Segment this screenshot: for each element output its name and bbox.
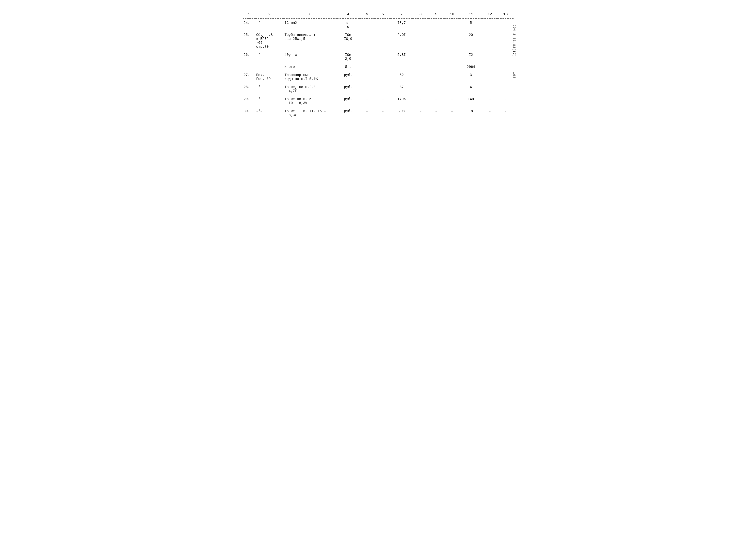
table-cell: Пок. Гос. 69 xyxy=(255,71,284,83)
table-cell: 26. xyxy=(243,51,255,63)
table-cell: – xyxy=(482,31,498,51)
table-cell: – xyxy=(359,83,375,95)
table-cell: I796 xyxy=(391,95,413,107)
table-cell: ю' с xyxy=(337,19,359,31)
table-cell: – xyxy=(359,95,375,107)
header-col-9: 9 xyxy=(428,10,444,19)
table-cell: 5,8I xyxy=(391,51,413,63)
header-col-8: 8 xyxy=(413,10,428,19)
table-cell: – xyxy=(359,107,375,119)
table-cell: 87 xyxy=(391,83,413,95)
table-cell: IОм I0,0 xyxy=(337,31,359,51)
table-cell: – xyxy=(428,19,444,31)
table-row: 29.–"–То же по п. 5 – – I0 – 8,3%руб.––I… xyxy=(243,95,514,107)
table-cell xyxy=(255,63,284,71)
table-cell: руб. xyxy=(337,83,359,95)
table-cell: – xyxy=(391,63,413,71)
table-cell: – xyxy=(428,51,444,63)
header-col-1: 1 xyxy=(243,10,255,19)
table-cell: – xyxy=(482,71,498,83)
table-cell: Сб.доп.8 к ЕРЕР -69 стр.70 xyxy=(255,31,284,51)
header-col-7: 7 xyxy=(391,10,413,19)
table-cell: – xyxy=(413,107,428,119)
table-row: 28.–"–То же, по п.2,3 – – 4,7%руб.––87––… xyxy=(243,83,514,95)
table-cell: – xyxy=(482,107,498,119)
table-cell: 29. xyxy=(243,95,255,107)
table-cell: руб. xyxy=(337,71,359,83)
header-col-5: 5 xyxy=(359,10,375,19)
table-cell: 2,OI xyxy=(391,31,413,51)
header-row: 1 2 3 4 5 6 7 8 9 10 11 12 13 xyxy=(243,10,514,19)
header-col-6: 6 xyxy=(375,10,391,19)
table-cell: – xyxy=(498,83,514,95)
table-row: 26.–"–40у сIОм 2,0––5,8I–––I2–– xyxy=(243,51,514,63)
table-cell: Труба винипласт- вая 25х1,5 xyxy=(284,31,337,51)
table-cell: – xyxy=(482,19,498,31)
table-cell: – xyxy=(444,71,460,83)
table-cell: – xyxy=(498,63,514,71)
table-cell: – xyxy=(375,71,391,83)
table-cell: 3 xyxy=(460,71,482,83)
watermark-side-2: -198- xyxy=(512,70,516,81)
table-cell: I8 xyxy=(460,107,482,119)
header-col-11: 11 xyxy=(460,10,482,19)
header-col-4: 4 xyxy=(337,10,359,19)
table-cell: – xyxy=(413,51,428,63)
table-cell: – xyxy=(428,83,444,95)
table-cell xyxy=(243,63,255,71)
table-cell: – xyxy=(444,31,460,51)
table-cell: – xyxy=(428,95,444,107)
table-cell: 208 xyxy=(391,107,413,119)
table-cell: То же п. II– I5 – – 8,3% xyxy=(284,107,337,119)
table-cell: – xyxy=(359,19,375,31)
table-cell: руб. xyxy=(337,107,359,119)
header-col-10: 10 xyxy=(444,10,460,19)
table-cell: 20 xyxy=(460,31,482,51)
table-cell: – xyxy=(413,71,428,83)
table-cell: – xyxy=(482,83,498,95)
page-container: 294-3-33.83(I7) 1 2 3 4 5 6 7 8 9 10 11 … xyxy=(243,10,514,119)
table-cell: – xyxy=(413,95,428,107)
table-cell: – xyxy=(428,107,444,119)
watermark-text-2: -198- xyxy=(512,70,516,81)
table-cell: – xyxy=(359,63,375,71)
table-row: 27.Пок. Гос. 69Транспортные рас- ходы по… xyxy=(243,71,514,83)
table-cell: 24. xyxy=(243,19,255,31)
table-cell: 4 xyxy=(460,83,482,95)
table-cell: IОм 2,0 xyxy=(337,51,359,63)
table-row: 25.Сб.доп.8 к ЕРЕР -69 стр.70Труба винип… xyxy=(243,31,514,51)
table-cell: – xyxy=(428,63,444,71)
table-cell: 5 xyxy=(460,19,482,31)
table-cell: I2 xyxy=(460,51,482,63)
table-cell: – xyxy=(498,71,514,83)
table-cell: –"– xyxy=(255,19,284,31)
table-cell: 52 xyxy=(391,71,413,83)
table-cell: I49 xyxy=(460,95,482,107)
table-cell: – xyxy=(444,107,460,119)
table-cell: – xyxy=(375,19,391,31)
table-cell: – xyxy=(413,19,428,31)
table-cell: – xyxy=(413,31,428,51)
table-cell: 2964 xyxy=(460,63,482,71)
table-cell: – xyxy=(482,51,498,63)
table-cell: То же, по п.2,3 – – 4,7% xyxy=(284,83,337,95)
table-cell: – xyxy=(444,51,460,63)
header-col-13: 13 xyxy=(498,10,514,19)
table-cell: – xyxy=(498,51,514,63)
table-cell: – xyxy=(444,83,460,95)
table-cell: И . xyxy=(337,63,359,71)
table-cell: – xyxy=(375,51,391,63)
table-cell: – xyxy=(359,51,375,63)
header-col-12: 12 xyxy=(482,10,498,19)
table-cell: руб. xyxy=(337,95,359,107)
table-cell: 27. xyxy=(243,71,255,83)
table-cell: – xyxy=(498,31,514,51)
table-cell: – xyxy=(413,83,428,95)
table-cell: 78,7 xyxy=(391,19,413,31)
table-cell: – xyxy=(359,71,375,83)
table-cell: – xyxy=(482,63,498,71)
table-cell: – xyxy=(375,107,391,119)
table-cell: IС мм2 xyxy=(284,19,337,31)
table-cell: И ого: xyxy=(284,63,337,71)
table-row: 24.–"–IС мм2ю' с––78,7–––5–– xyxy=(243,19,514,31)
